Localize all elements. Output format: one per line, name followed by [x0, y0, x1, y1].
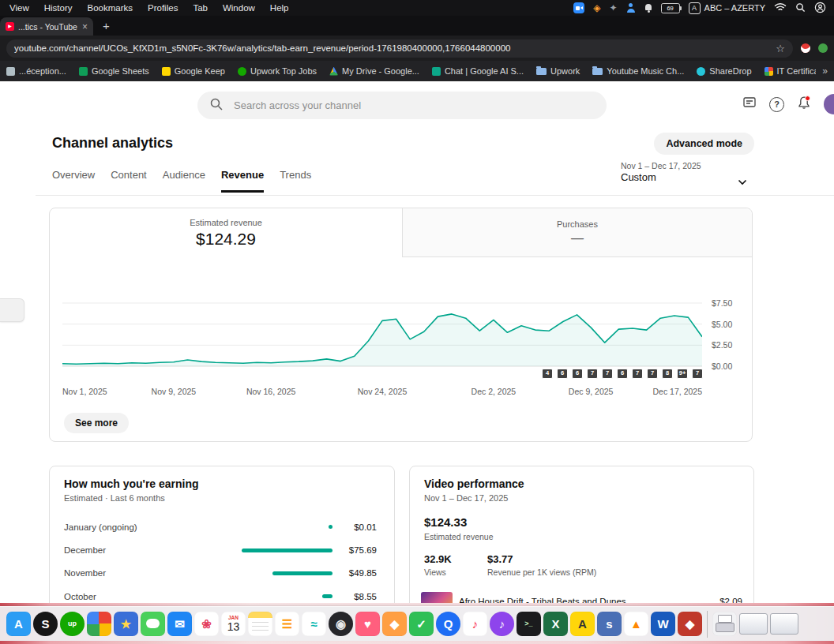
tab-trends[interactable]: Trends [280, 169, 311, 193]
notifications-bell-icon[interactable] [796, 95, 812, 114]
bookmark-item[interactable]: IT Certifications |... [764, 66, 817, 76]
tab-overview[interactable]: Overview [52, 169, 95, 193]
chart-marker-badge[interactable]: 4 [542, 369, 553, 379]
extension-icon-green[interactable] [818, 43, 828, 53]
dock-mail[interactable]: ✉ [167, 612, 192, 636]
bookmark-star-icon[interactable]: ☆ [776, 43, 785, 54]
bookmark-item[interactable]: ShareDrop [697, 66, 751, 76]
tab-close-icon[interactable]: × [82, 22, 88, 32]
bookmark-item[interactable]: Youtube Music Ch... [592, 66, 684, 76]
collapsed-panel-handle[interactable] [0, 298, 24, 322]
tab-content[interactable]: Content [111, 169, 147, 193]
dock-excel[interactable]: X [543, 612, 568, 636]
dock-reminders[interactable]: ☰ [275, 612, 299, 636]
dock-music[interactable]: ♪ [463, 612, 487, 636]
menubar-item-tab[interactable]: Tab [193, 3, 208, 13]
dock-camera-app[interactable]: ◉ [329, 612, 353, 636]
tab-revenue[interactable]: Revenue [221, 169, 264, 193]
dock-skype[interactable]: S [33, 612, 58, 636]
chart-marker-badge[interactable]: 7 [647, 369, 658, 379]
bell-icon[interactable] [644, 4, 652, 13]
feedback-icon[interactable] [742, 95, 757, 114]
date-mode-select[interactable]: Custom [621, 171, 656, 183]
dock-health-app[interactable]: ≈ [302, 612, 326, 636]
bookmark-item[interactable]: Google Sheets [79, 66, 149, 76]
dock-orange-app[interactable]: ◆ [382, 612, 407, 636]
menubar-item-bookmarks[interactable]: Bookmarks [88, 3, 133, 13]
battery-icon[interactable]: 69 [661, 3, 680, 13]
chart-marker-badge[interactable]: 7 [692, 369, 703, 379]
search-input[interactable] [232, 99, 595, 112]
dock-vlc[interactable]: ▲ [624, 612, 648, 636]
metric-tab-estimated-revenue[interactable]: Estimated revenue $124.29 [50, 208, 402, 257]
search-icon[interactable] [795, 2, 806, 14]
menubar-item-window[interactable]: Window [223, 3, 255, 13]
dock-word[interactable]: W [651, 612, 675, 636]
avatar[interactable] [824, 94, 834, 114]
menubar-item-view[interactable]: View [9, 3, 29, 13]
chart-marker-badge[interactable]: 8 [662, 369, 673, 379]
address-bar[interactable]: youtube.com/channel/UCOs_KfXD1m_s5N0Fc-3… [6, 39, 793, 58]
bookmark-item[interactable]: Upwork Top Jobs [238, 66, 317, 76]
chart-marker-badge[interactable]: 6 [572, 369, 583, 379]
shortcuts-icon[interactable]: ◈ [593, 3, 600, 13]
new-tab-button[interactable]: + [103, 19, 110, 32]
advanced-mode-button[interactable]: Advanced mode [654, 133, 754, 155]
tab-audience[interactable]: Audience [163, 169, 205, 193]
bookmark-item[interactable]: Upwork [536, 66, 580, 76]
dock-printer[interactable] [712, 612, 737, 636]
menubar-item-help[interactable]: Help [270, 3, 289, 13]
chart-marker-badge[interactable]: 6 [617, 369, 628, 379]
extension-icon-red[interactable] [801, 43, 810, 53]
sparkle-icon[interactable]: ✦ [610, 3, 618, 13]
chart-marker-badge[interactable]: 7 [632, 369, 643, 379]
bookmark-item[interactable]: ...éception... [6, 66, 66, 76]
dock-notes[interactable] [248, 612, 272, 636]
dock-window-preview-2[interactable] [770, 613, 798, 635]
dock-blue-s-app[interactable]: s [597, 612, 622, 636]
chevron-down-icon[interactable] [738, 174, 747, 189]
chart-marker-badge[interactable]: 9+ [677, 369, 688, 379]
dock-photos[interactable]: ❀ [194, 612, 219, 636]
bookmark-item[interactable]: Chat | Google AI S... [432, 66, 524, 76]
bookmark-label: Google Sheets [92, 66, 149, 76]
see-more-button[interactable]: See more [64, 413, 129, 433]
dock-pink-app[interactable]: ♥ [355, 612, 380, 636]
menubar-item-history[interactable]: History [44, 3, 73, 13]
card-subtitle: Nov 1 – Dec 17, 2025 [424, 493, 508, 503]
dock-quicktime[interactable]: Q [436, 612, 460, 636]
bookmarks-overflow-chevron[interactable]: » [816, 66, 828, 77]
dock-yellow-a-app[interactable]: A [570, 612, 595, 636]
dock-red-app[interactable]: ◆ [678, 612, 702, 636]
dock-window-preview-1[interactable] [739, 613, 768, 635]
bookmark-favicon [79, 67, 88, 76]
browser-tab[interactable]: ▶ ...tics - YouTube × [0, 17, 93, 36]
video-revenue: $2.09 [719, 597, 742, 603]
metric-tab-purchases[interactable]: Purchases — [402, 208, 752, 257]
video-row[interactable]: Afro House Drift - Tribal Beats and Dune… [421, 590, 742, 603]
zoom-app-icon[interactable] [573, 2, 584, 13]
bookmark-label: Chat | Google AI S... [445, 66, 524, 76]
rpm-label: Revenue per 1K views (RPM) [487, 567, 596, 577]
dock-app-store[interactable]: A [6, 612, 31, 636]
menubar-item-profiles[interactable]: Profiles [148, 3, 178, 13]
dock-upwork[interactable]: up [60, 612, 85, 636]
dock-terminal[interactable]: >_ [517, 612, 541, 636]
help-icon[interactable]: ? [769, 97, 784, 112]
dock-blue-star-app[interactable]: ★ [114, 612, 138, 636]
chart-marker-badge[interactable]: 6 [557, 369, 568, 379]
bookmark-item[interactable]: Google Keep [162, 66, 225, 76]
dock-calendar[interactable]: JAN13 [221, 612, 246, 636]
account-icon[interactable] [814, 2, 826, 15]
input-source[interactable]: A ABC – AZERTY [689, 2, 765, 14]
channel-search[interactable] [197, 92, 607, 119]
wifi-icon[interactable] [774, 2, 787, 13]
dock-messages[interactable] [141, 612, 165, 636]
chart-marker-badge[interactable]: 7 [602, 369, 613, 379]
dock-green-check-app[interactable]: ✓ [409, 612, 434, 636]
chart-marker-badge[interactable]: 7 [587, 369, 598, 379]
dock-podcasts[interactable]: ♪ [490, 612, 514, 636]
bookmark-item[interactable]: My Drive - Google... [329, 66, 419, 76]
dock-google-apps[interactable] [87, 612, 111, 636]
user-icon[interactable] [626, 3, 636, 13]
